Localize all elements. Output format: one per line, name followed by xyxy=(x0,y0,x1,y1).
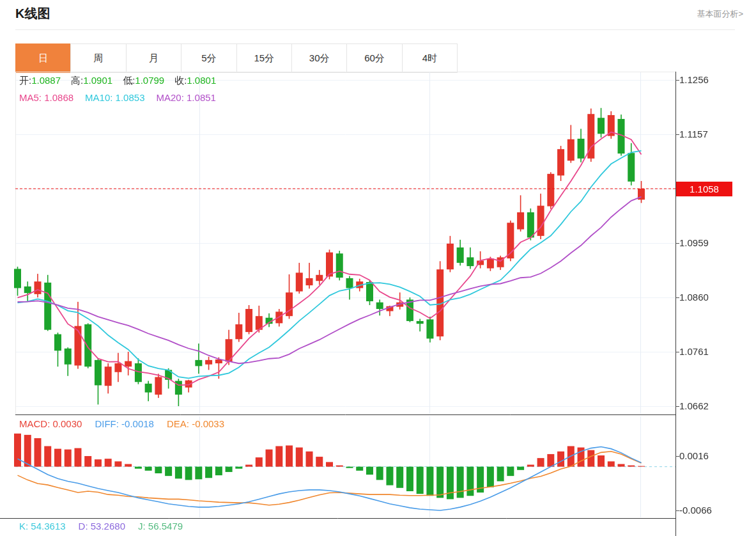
open-value: 1.0887 xyxy=(31,75,61,86)
kdj-legend: K: 54.3613D: 53.2680J: 56.5479 xyxy=(19,521,183,532)
ma-legend: MA5: 1.0868MA10: 1.0853MA20: 1.0851 xyxy=(19,92,216,103)
price-tick-1-0761: 1.0761 xyxy=(679,346,709,357)
divider xyxy=(15,29,735,30)
ohlc-legend: 开:1.0887高:1.0901低:1.0799收:1.0801 xyxy=(19,75,226,87)
kline-chart-canvas[interactable] xyxy=(0,72,756,536)
ma10-legend: MA10: 1.0853 xyxy=(85,92,144,103)
dea-value: DEA: -0.0033 xyxy=(167,418,224,429)
page-title: K线图 xyxy=(15,5,50,22)
tab-week[interactable]: 周 xyxy=(70,43,126,73)
tab-day[interactable]: 日 xyxy=(15,43,71,73)
price-tick-1-1157: 1.1157 xyxy=(679,129,708,139)
price-tick-1-0860: 1.0860 xyxy=(679,292,709,303)
tab-15min[interactable]: 15分 xyxy=(236,43,292,73)
high-label: 高: xyxy=(71,75,83,86)
price-tick-1-0959: 1.0959 xyxy=(679,237,709,248)
fundamental-analysis-link[interactable]: 基本面分析> xyxy=(697,8,743,20)
price-tick-1-1256: 1.1256 xyxy=(679,74,709,85)
high-value: 1.0901 xyxy=(83,75,112,86)
kdj-j-value: J: 56.5479 xyxy=(138,521,183,532)
kdj-k-value: K: 54.3613 xyxy=(19,521,66,532)
macd-tick-high: 0.0016 xyxy=(679,450,709,461)
ma5-legend: MA5: 1.0868 xyxy=(19,92,73,103)
ma20-legend: MA20: 1.0851 xyxy=(157,92,216,103)
tab-5min[interactable]: 5分 xyxy=(181,43,236,73)
current-price-tag: 1.1058 xyxy=(676,182,732,196)
diff-value: DIFF: -0.0018 xyxy=(95,418,154,429)
low-label: 低: xyxy=(123,75,135,86)
close-label: 收: xyxy=(174,75,187,86)
close-value: 1.0801 xyxy=(187,75,216,86)
tab-4hour[interactable]: 4时 xyxy=(402,43,458,73)
macd-legend: MACD: 0.0030DIFF: -0.0018DEA: -0.0033 xyxy=(19,418,224,429)
kline-page: K线图 基本面分析> 日 周 月 5分 15分 30分 60分 4时 开:1.0… xyxy=(0,0,756,536)
tab-month[interactable]: 月 xyxy=(126,43,181,73)
price-tick-1-0662: 1.0662 xyxy=(679,400,709,411)
macd-value: MACD: 0.0030 xyxy=(19,418,82,429)
kdj-d-value: D: 53.2680 xyxy=(79,521,125,532)
low-value: 1.0799 xyxy=(135,75,164,86)
interval-tabbar: 日 周 月 5分 15分 30分 60分 4时 xyxy=(15,43,458,73)
open-label: 开: xyxy=(19,75,31,86)
macd-tick-low: -0.0066 xyxy=(679,505,712,516)
tab-60min[interactable]: 60分 xyxy=(346,43,402,73)
tab-30min[interactable]: 30分 xyxy=(291,43,347,73)
